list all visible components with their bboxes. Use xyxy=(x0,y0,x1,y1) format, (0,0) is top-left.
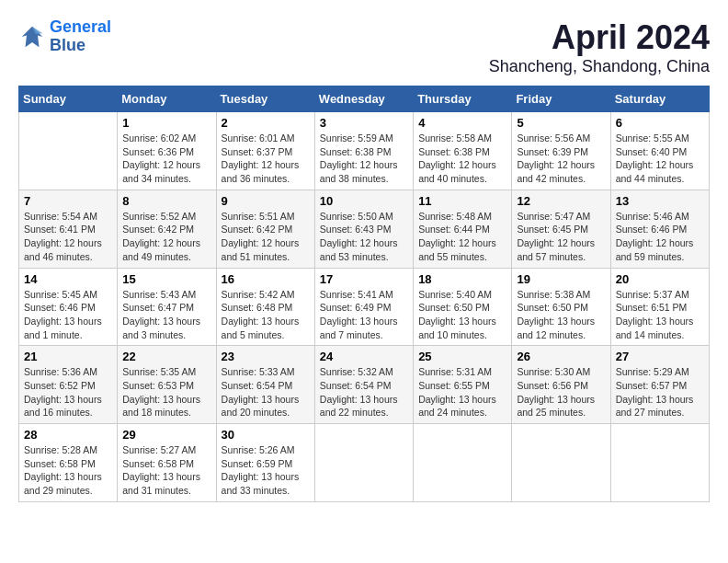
day-info: Sunrise: 5:48 AMSunset: 6:44 PMDaylight:… xyxy=(418,210,506,264)
day-number: 16 xyxy=(222,272,310,286)
day-number: 9 xyxy=(222,194,310,208)
day-number: 5 xyxy=(517,116,605,130)
day-info: Sunrise: 5:36 AMSunset: 6:52 PMDaylight:… xyxy=(24,365,112,419)
day-number: 8 xyxy=(122,194,210,208)
day-info: Sunrise: 5:45 AMSunset: 6:46 PMDaylight:… xyxy=(24,288,112,342)
day-number: 3 xyxy=(320,116,408,130)
day-info: Sunrise: 5:46 AMSunset: 6:46 PMDaylight:… xyxy=(616,210,704,264)
calendar-cell: 9Sunrise: 5:51 AMSunset: 6:42 PMDaylight… xyxy=(216,190,314,268)
calendar-cell: 28Sunrise: 5:28 AMSunset: 6:58 PMDayligh… xyxy=(19,424,118,502)
day-number: 20 xyxy=(616,272,704,286)
calendar-table: SundayMondayTuesdayWednesdayThursdayFrid… xyxy=(18,86,710,502)
day-info: Sunrise: 5:56 AMSunset: 6:39 PMDaylight:… xyxy=(517,132,605,186)
calendar-cell: 6Sunrise: 5:55 AMSunset: 6:40 PMDaylight… xyxy=(610,112,709,190)
calendar-week-3: 14Sunrise: 5:45 AMSunset: 6:46 PMDayligh… xyxy=(19,268,710,346)
calendar-cell: 14Sunrise: 5:45 AMSunset: 6:46 PMDayligh… xyxy=(19,268,118,346)
day-info: Sunrise: 6:02 AMSunset: 6:36 PMDaylight:… xyxy=(122,132,210,186)
day-info: Sunrise: 5:35 AMSunset: 6:53 PMDaylight:… xyxy=(122,365,210,419)
day-info: Sunrise: 5:41 AMSunset: 6:49 PMDaylight:… xyxy=(320,288,408,342)
calendar-cell: 23Sunrise: 5:33 AMSunset: 6:54 PMDayligh… xyxy=(216,346,314,424)
day-number: 22 xyxy=(122,350,210,363)
calendar-cell: 18Sunrise: 5:40 AMSunset: 6:50 PMDayligh… xyxy=(414,268,512,346)
day-number: 14 xyxy=(24,272,112,286)
calendar-cell: 17Sunrise: 5:41 AMSunset: 6:49 PMDayligh… xyxy=(314,268,413,346)
calendar-cell xyxy=(512,424,610,502)
day-info: Sunrise: 5:43 AMSunset: 6:47 PMDaylight:… xyxy=(122,288,210,342)
calendar-cell: 8Sunrise: 5:52 AMSunset: 6:42 PMDaylight… xyxy=(118,190,216,268)
logo-icon xyxy=(18,23,46,51)
header-wednesday: Wednesday xyxy=(314,86,413,112)
day-number: 18 xyxy=(418,272,506,286)
day-info: Sunrise: 5:26 AMSunset: 6:59 PMDaylight:… xyxy=(222,443,310,498)
header-tuesday: Tuesday xyxy=(216,86,314,112)
logo: General Blue xyxy=(18,18,111,55)
day-number: 13 xyxy=(616,194,704,208)
svg-marker-0 xyxy=(22,27,43,48)
calendar-cell: 19Sunrise: 5:38 AMSunset: 6:50 PMDayligh… xyxy=(512,268,610,346)
day-number: 19 xyxy=(517,272,605,286)
calendar-cell: 30Sunrise: 5:26 AMSunset: 6:59 PMDayligh… xyxy=(216,424,314,502)
calendar-cell: 27Sunrise: 5:29 AMSunset: 6:57 PMDayligh… xyxy=(610,346,709,424)
day-number: 21 xyxy=(24,350,112,363)
day-number: 30 xyxy=(222,428,310,442)
day-info: Sunrise: 5:59 AMSunset: 6:38 PMDaylight:… xyxy=(320,132,408,186)
day-number: 17 xyxy=(320,272,408,286)
calendar-cell: 26Sunrise: 5:30 AMSunset: 6:56 PMDayligh… xyxy=(512,346,610,424)
header-monday: Monday xyxy=(118,86,216,112)
day-number: 25 xyxy=(418,350,506,363)
day-number: 24 xyxy=(320,350,408,363)
day-number: 28 xyxy=(24,428,112,442)
calendar-cell xyxy=(314,424,413,502)
day-info: Sunrise: 5:28 AMSunset: 6:58 PMDaylight:… xyxy=(24,443,112,498)
day-info: Sunrise: 5:50 AMSunset: 6:43 PMDaylight:… xyxy=(320,210,408,264)
header-sunday: Sunday xyxy=(19,86,118,112)
day-info: Sunrise: 5:54 AMSunset: 6:41 PMDaylight:… xyxy=(24,210,112,264)
day-info: Sunrise: 5:29 AMSunset: 6:57 PMDaylight:… xyxy=(616,365,704,419)
day-number: 1 xyxy=(122,116,210,130)
subtitle: Shancheng, Shandong, China xyxy=(489,57,710,76)
day-info: Sunrise: 5:58 AMSunset: 6:38 PMDaylight:… xyxy=(418,132,506,186)
calendar-cell xyxy=(19,112,118,190)
calendar-cell xyxy=(414,424,512,502)
day-number: 12 xyxy=(517,194,605,208)
calendar-cell: 24Sunrise: 5:32 AMSunset: 6:54 PMDayligh… xyxy=(314,346,413,424)
day-info: Sunrise: 5:55 AMSunset: 6:40 PMDaylight:… xyxy=(616,132,704,186)
calendar-cell: 29Sunrise: 5:27 AMSunset: 6:58 PMDayligh… xyxy=(118,424,216,502)
day-number: 4 xyxy=(418,116,506,130)
day-number: 15 xyxy=(122,272,210,286)
calendar-cell: 2Sunrise: 6:01 AMSunset: 6:37 PMDaylight… xyxy=(216,112,314,190)
calendar-cell: 4Sunrise: 5:58 AMSunset: 6:38 PMDaylight… xyxy=(414,112,512,190)
calendar-week-5: 28Sunrise: 5:28 AMSunset: 6:58 PMDayligh… xyxy=(19,424,710,502)
calendar-cell: 5Sunrise: 5:56 AMSunset: 6:39 PMDaylight… xyxy=(512,112,610,190)
day-info: Sunrise: 5:42 AMSunset: 6:48 PMDaylight:… xyxy=(222,288,310,342)
day-number: 26 xyxy=(517,350,605,363)
calendar-cell: 25Sunrise: 5:31 AMSunset: 6:55 PMDayligh… xyxy=(414,346,512,424)
day-info: Sunrise: 5:32 AMSunset: 6:54 PMDaylight:… xyxy=(320,365,408,419)
day-info: Sunrise: 5:38 AMSunset: 6:50 PMDaylight:… xyxy=(517,288,605,342)
calendar-cell: 11Sunrise: 5:48 AMSunset: 6:44 PMDayligh… xyxy=(414,190,512,268)
day-number: 11 xyxy=(418,194,506,208)
calendar-cell: 13Sunrise: 5:46 AMSunset: 6:46 PMDayligh… xyxy=(610,190,709,268)
calendar-cell: 20Sunrise: 5:37 AMSunset: 6:51 PMDayligh… xyxy=(610,268,709,346)
day-number: 7 xyxy=(24,194,112,208)
header-thursday: Thursday xyxy=(414,86,512,112)
day-info: Sunrise: 5:52 AMSunset: 6:42 PMDaylight:… xyxy=(122,210,210,264)
header-friday: Friday xyxy=(512,86,610,112)
calendar-header-row: SundayMondayTuesdayWednesdayThursdayFrid… xyxy=(19,86,710,112)
day-info: Sunrise: 5:30 AMSunset: 6:56 PMDaylight:… xyxy=(517,365,605,419)
calendar-week-2: 7Sunrise: 5:54 AMSunset: 6:41 PMDaylight… xyxy=(19,190,710,268)
day-info: Sunrise: 5:27 AMSunset: 6:58 PMDaylight:… xyxy=(122,443,210,498)
day-info: Sunrise: 5:40 AMSunset: 6:50 PMDaylight:… xyxy=(418,288,506,342)
calendar-cell: 7Sunrise: 5:54 AMSunset: 6:41 PMDaylight… xyxy=(19,190,118,268)
day-number: 10 xyxy=(320,194,408,208)
calendar-week-4: 21Sunrise: 5:36 AMSunset: 6:52 PMDayligh… xyxy=(19,346,710,424)
title-area: April 2024 Shancheng, Shandong, China xyxy=(489,18,710,76)
calendar-cell: 22Sunrise: 5:35 AMSunset: 6:53 PMDayligh… xyxy=(118,346,216,424)
calendar-cell: 15Sunrise: 5:43 AMSunset: 6:47 PMDayligh… xyxy=(118,268,216,346)
day-info: Sunrise: 6:01 AMSunset: 6:37 PMDaylight:… xyxy=(222,132,310,186)
day-number: 23 xyxy=(222,350,310,363)
calendar-cell: 16Sunrise: 5:42 AMSunset: 6:48 PMDayligh… xyxy=(216,268,314,346)
day-number: 29 xyxy=(122,428,210,442)
page-header: General Blue April 2024 Shancheng, Shand… xyxy=(18,18,710,76)
calendar-cell: 21Sunrise: 5:36 AMSunset: 6:52 PMDayligh… xyxy=(19,346,118,424)
